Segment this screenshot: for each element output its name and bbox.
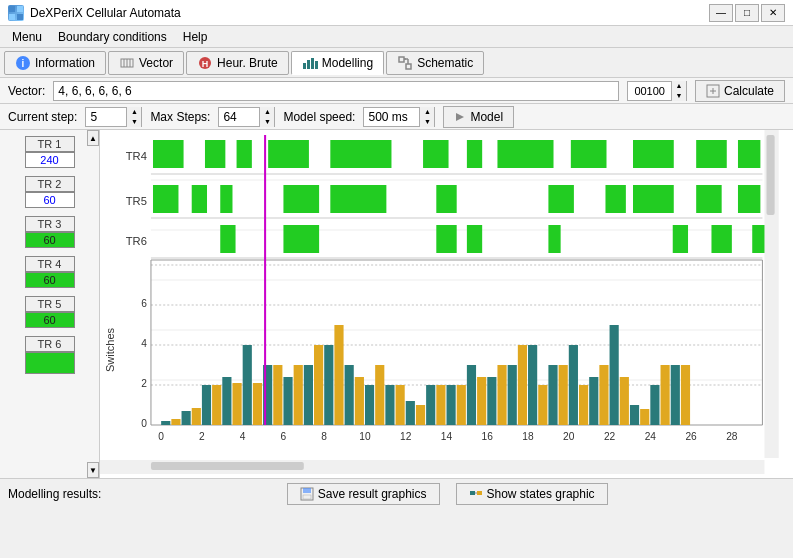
svg-text:4: 4	[240, 431, 246, 442]
current-step-input[interactable]	[86, 108, 126, 126]
calculate-button[interactable]: Calculate	[695, 80, 785, 102]
left-panel: ▲ TR 1 240 TR 2 60 TR 3 60 TR 4 60 TR 5 …	[0, 130, 100, 478]
svg-rect-37	[330, 140, 391, 168]
bottom-bar: Modelling results: Save result graphics …	[0, 478, 793, 508]
svg-text:16: 16	[482, 431, 494, 442]
speed-arrows: ▲ ▼	[419, 107, 434, 127]
maximize-button[interactable]: □	[735, 4, 759, 22]
svg-rect-106	[406, 401, 415, 425]
svg-rect-86	[202, 385, 211, 425]
svg-rect-61	[283, 225, 319, 253]
svg-text:i: i	[22, 58, 25, 69]
states-icon	[469, 487, 483, 501]
svg-rect-132	[671, 365, 680, 425]
svg-rect-48	[192, 185, 207, 213]
tab-vector[interactable]: Vector	[108, 51, 184, 75]
svg-rect-128	[630, 405, 639, 425]
svg-text:TR5: TR5	[126, 195, 147, 207]
menu-item-menu[interactable]: Menu	[4, 28, 50, 46]
counter-up[interactable]: ▲	[672, 81, 686, 91]
tab-information[interactable]: i Information	[4, 51, 106, 75]
model-speed-input[interactable]	[364, 108, 419, 126]
counter-down[interactable]: ▼	[672, 91, 686, 101]
tr6-value	[25, 352, 75, 374]
svg-rect-44	[738, 140, 760, 168]
show-states-button[interactable]: Show states graphic	[456, 483, 608, 505]
counter-arrows: ▲ ▼	[671, 81, 686, 101]
tr3-value: 60	[25, 232, 75, 248]
menu-bar: Menu Boundary conditions Help	[0, 26, 793, 48]
model-button[interactable]: Model	[443, 106, 514, 128]
speed-down[interactable]: ▼	[420, 117, 434, 127]
svg-rect-110	[447, 385, 456, 425]
tab-heur-brute[interactable]: H Heur. Brute	[186, 51, 289, 75]
menu-item-boundary[interactable]: Boundary conditions	[50, 28, 175, 46]
svg-rect-127	[620, 377, 629, 425]
speed-up[interactable]: ▲	[420, 107, 434, 117]
step-up[interactable]: ▲	[127, 107, 141, 117]
max-steps-input[interactable]	[219, 108, 259, 126]
max-down[interactable]: ▼	[260, 117, 274, 127]
tr5-value: 60	[25, 312, 75, 328]
svg-rect-153	[151, 462, 304, 470]
svg-rect-158	[477, 491, 482, 495]
tab-modelling-label: Modelling	[322, 56, 373, 70]
max-up[interactable]: ▲	[260, 107, 274, 117]
svg-rect-13	[307, 60, 310, 69]
svg-rect-89	[232, 383, 241, 425]
svg-rect-118	[528, 345, 537, 425]
bottom-label: Modelling results:	[8, 487, 101, 501]
tr3-item: TR 3 60	[15, 216, 85, 248]
tr1-value: 240	[25, 152, 75, 168]
save-icon	[300, 487, 314, 501]
tr6-item: TR 6	[15, 336, 85, 374]
close-button[interactable]: ✕	[761, 4, 785, 22]
svg-text:2: 2	[141, 378, 147, 389]
svg-text:26: 26	[685, 431, 697, 442]
tr1-item: TR 1 240	[15, 136, 85, 168]
menu-item-help[interactable]: Help	[175, 28, 216, 46]
svg-rect-60	[220, 225, 235, 253]
svg-rect-114	[487, 377, 496, 425]
tab-heur-label: Heur. Brute	[217, 56, 278, 70]
tr2-label: TR 2	[25, 176, 75, 192]
svg-text:H: H	[202, 59, 209, 69]
vector-input[interactable]	[53, 81, 619, 101]
svg-rect-122	[569, 345, 578, 425]
svg-rect-124	[589, 377, 598, 425]
scroll-down-button[interactable]: ▼	[87, 462, 99, 478]
window-controls[interactable]: — □ ✕	[709, 4, 785, 22]
svg-rect-155	[303, 488, 311, 493]
svg-rect-156	[303, 495, 311, 499]
svg-rect-65	[673, 225, 688, 253]
tab-information-label: Information	[35, 56, 95, 70]
svg-rect-101	[355, 377, 364, 425]
svg-rect-83	[171, 419, 180, 425]
svg-rect-85	[192, 408, 201, 425]
tr3-label: TR 3	[25, 216, 75, 232]
tab-modelling[interactable]: Modelling	[291, 51, 384, 75]
step-down[interactable]: ▼	[127, 117, 141, 127]
svg-rect-57	[738, 185, 760, 213]
svg-text:TR4: TR4	[126, 150, 147, 162]
svg-rect-126	[610, 325, 619, 425]
svg-rect-53	[548, 185, 573, 213]
save-result-button[interactable]: Save result graphics	[287, 483, 440, 505]
svg-rect-50	[283, 185, 319, 213]
svg-rect-105	[396, 385, 405, 425]
svg-rect-43	[696, 140, 727, 168]
svg-rect-120	[548, 365, 557, 425]
tab-vector-label: Vector	[139, 56, 173, 70]
svg-text:0: 0	[141, 418, 147, 429]
svg-rect-111	[457, 385, 466, 425]
svg-rect-117	[518, 345, 527, 425]
svg-rect-112	[467, 365, 476, 425]
scroll-up-button[interactable]: ▲	[87, 130, 99, 146]
tr4-item: TR 4 60	[15, 256, 85, 288]
svg-rect-56	[696, 185, 721, 213]
tab-schematic[interactable]: Schematic	[386, 51, 484, 75]
svg-text:10: 10	[359, 431, 371, 442]
minimize-button[interactable]: —	[709, 4, 733, 22]
svg-text:6: 6	[141, 298, 147, 309]
svg-text:0: 0	[158, 431, 164, 442]
